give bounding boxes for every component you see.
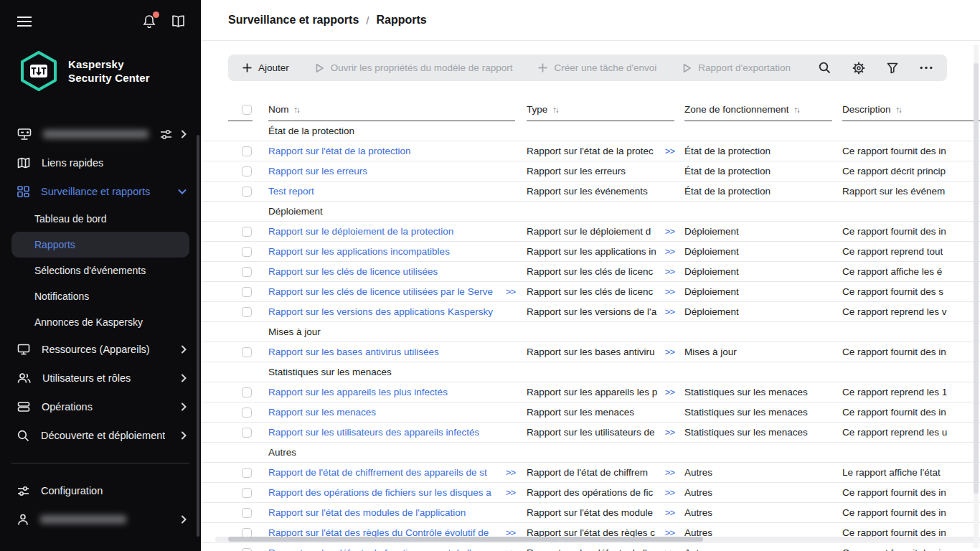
menu-icon[interactable] (17, 16, 32, 27)
export-report-button[interactable]: Rapport d'exportation (682, 62, 791, 73)
expand-type-link[interactable]: >> (661, 246, 674, 257)
open-report-template-properties-button[interactable]: Ouvrir les propriétés du modèle de rappo… (315, 62, 513, 73)
expand-type-link[interactable]: >> (661, 547, 674, 551)
zone-text: Autres (684, 547, 712, 551)
search-icon[interactable] (819, 62, 831, 74)
expand-type-link[interactable]: >> (661, 266, 674, 277)
row-checkbox[interactable] (242, 227, 252, 237)
sidebar-item-label: Ressources (Appareils) (42, 344, 150, 355)
server-settings-sliders-icon[interactable] (160, 129, 172, 140)
sidebar-item-selections-evenements[interactable]: Sélections d'événements (0, 258, 201, 283)
description-cell: Ce rapport fournit des in (842, 507, 980, 518)
report-name-link[interactable]: Rapport sur les menaces (268, 407, 376, 418)
select-all-checkbox[interactable] (242, 105, 252, 115)
report-name-link[interactable]: Rapport sur les clés de licence utilisée… (268, 266, 438, 277)
zone-text: État de la protection (684, 166, 771, 176)
column-header-zone[interactable]: Zone de fonctionnement↑↓ (684, 98, 832, 121)
documentation-book-icon[interactable] (171, 15, 185, 27)
row-checkbox[interactable] (242, 146, 252, 156)
sidebar-item-surveillance-et-rapports[interactable]: Surveillance et rapports (0, 177, 201, 206)
row-checkbox[interactable] (242, 488, 252, 498)
expand-name-link[interactable]: >> (501, 487, 515, 498)
column-header-description[interactable]: Description↑↓ (842, 98, 980, 121)
row-checkbox[interactable] (242, 347, 252, 357)
report-name-link[interactable]: Rapport sur les applications incompatibl… (268, 246, 450, 257)
chevron-down-icon[interactable] (178, 189, 187, 194)
sidebar-item-tableau-de-bord[interactable]: Tableau de bord (0, 206, 201, 232)
report-name-link[interactable]: Rapport de l'état de chiffrement des app… (268, 467, 487, 478)
report-name-link[interactable]: Rapport sur les appareils les plus infec… (268, 387, 448, 397)
row-checkbox[interactable] (242, 287, 252, 297)
group-row: État de la protection (201, 121, 980, 141)
row-checkbox[interactable] (242, 468, 252, 478)
expand-name-link[interactable]: >> (501, 286, 515, 297)
sidebar-item-utilisateurs-et-roles[interactable]: Utilisateurs et rôles (0, 364, 201, 392)
report-name-link[interactable]: Rapport des opérations de fichiers sur l… (268, 487, 491, 498)
sidebar-item-notifications[interactable]: Notifications (0, 283, 201, 309)
sidebar-item-server[interactable] (0, 120, 201, 149)
row-checkbox[interactable] (242, 428, 252, 438)
row-checkbox[interactable] (242, 408, 252, 418)
notifications-bell-icon[interactable] (143, 14, 156, 28)
sidebar-item-current-user[interactable] (0, 505, 201, 534)
row-checkbox[interactable] (242, 166, 252, 176)
breadcrumb-surveillance-et-rapports[interactable]: Surveillance et rapports (228, 14, 359, 27)
sidebar-item-rapports[interactable]: Rapports (11, 232, 189, 258)
sidebar-item-configuration[interactable]: Configuration (0, 476, 201, 505)
vertical-scrollbar[interactable] (974, 44, 979, 548)
row-checkbox[interactable] (242, 267, 252, 277)
report-name-link[interactable]: Rapport sur les versions des application… (268, 306, 493, 317)
column-header-type[interactable]: Type↑↓ (527, 98, 674, 121)
sidebar-item-annonces-kaspersky[interactable]: Annonces de Kaspersky (0, 309, 201, 335)
expand-type-link[interactable]: >> (661, 286, 674, 297)
ellipsis-icon[interactable] (920, 66, 933, 70)
name-cell: Rapport sur les erreurs (268, 166, 527, 176)
report-name-link[interactable]: Rapport sur l'état des modules de l'appl… (268, 507, 466, 518)
expand-type-link[interactable]: >> (661, 226, 674, 237)
report-name-link[interactable]: Rapport sur les défauts de fonctionnemen… (268, 547, 482, 551)
horizontal-scrollbar[interactable] (215, 537, 980, 542)
row-checkbox[interactable] (242, 187, 252, 197)
type-text: Rapport sur les applications in (527, 246, 656, 257)
expand-type-link[interactable]: >> (661, 487, 674, 498)
create-delivery-task-button[interactable]: Créer une tâche d'envoi (538, 62, 656, 73)
report-name-link[interactable]: Rapport sur les clés de licence utilisée… (268, 286, 493, 297)
chevron-right-icon[interactable] (181, 130, 187, 138)
report-name-link[interactable]: Rapport sur les utilisateurs des apparei… (268, 427, 479, 438)
row-checkbox[interactable] (242, 307, 252, 317)
row-checkbox[interactable] (242, 387, 252, 397)
row-checkbox[interactable] (242, 247, 252, 257)
row-checkbox[interactable] (242, 508, 252, 518)
expand-type-link[interactable]: >> (661, 347, 674, 357)
sidebar-item-liens-rapides[interactable]: Liens rapides (0, 149, 201, 177)
report-name-link[interactable]: Rapport sur les bases antivirus utilisée… (268, 347, 439, 357)
gear-icon[interactable] (852, 62, 865, 75)
sidebar-item-operations[interactable]: Opérations (0, 392, 201, 421)
sidebar-scrollbar[interactable] (197, 135, 199, 537)
vertical-scrollbar-thumb[interactable] (974, 63, 979, 494)
sidebar-nav: Liens rapides Surveillance et rapports T… (0, 120, 201, 534)
expand-type-link[interactable]: >> (661, 427, 674, 438)
expand-type-link[interactable]: >> (661, 467, 674, 478)
expand-type-link[interactable]: >> (661, 306, 674, 317)
sidebar-item-label: Configuration (41, 485, 103, 496)
sidebar-item-decouverte-et-deploiement[interactable]: Découverte et déploiement (0, 421, 201, 450)
report-name-link[interactable]: Rapport sur le déploiement de la protect… (268, 226, 453, 237)
report-name-link[interactable]: Rapport sur l'état de la protection (268, 146, 410, 156)
column-header-nom[interactable]: Nom↑↓ (268, 98, 515, 121)
row-checkbox[interactable] (242, 548, 252, 551)
sidebar: Kaspersky Security Center (0, 0, 201, 551)
expand-name-link[interactable]: >> (501, 547, 515, 551)
sidebar-item-ressources-appareils[interactable]: Ressources (Appareils) (0, 335, 201, 364)
name-cell: Rapport sur les clés de licence utilisée… (268, 286, 527, 297)
report-name-link[interactable]: Rapport sur les erreurs (268, 166, 367, 176)
expand-name-link[interactable]: >> (501, 467, 515, 478)
horizontal-scrollbar-thumb[interactable] (228, 537, 703, 542)
filter-icon[interactable] (887, 62, 898, 74)
report-name-link[interactable]: Test report (268, 186, 314, 197)
expand-type-link[interactable]: >> (661, 146, 674, 156)
expand-type-link[interactable]: >> (661, 507, 674, 518)
type-text: Rapport des opérations de fic (527, 487, 653, 498)
add-report-button[interactable]: Ajouter (242, 62, 289, 73)
expand-type-link[interactable]: >> (661, 387, 674, 397)
